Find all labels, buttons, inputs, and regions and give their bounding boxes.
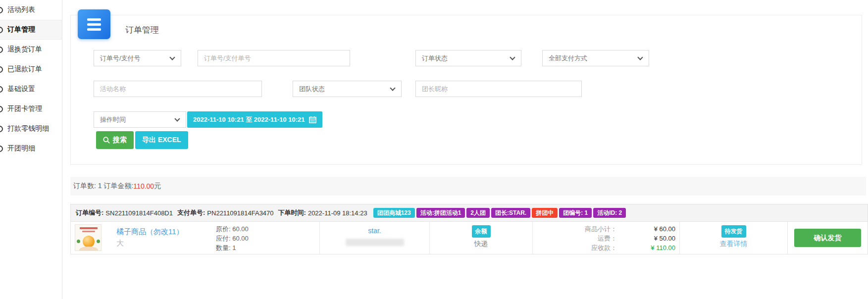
chevron-down-icon (510, 54, 515, 60)
radio-circle-icon (0, 86, 3, 93)
leader-badge: 团长:STAR. (491, 208, 530, 218)
leader-nickname-input[interactable] (415, 81, 582, 97)
order-summary-bar: 订单数: 1 订单金额: 110.00 元 (70, 177, 866, 196)
sidebar-item-basic-settings[interactable]: 基础设置 (0, 79, 62, 99)
date-range-value: 2022-11-10 10:21 至 2022-11-10 10:21 (193, 115, 305, 124)
radio-circle-icon (0, 106, 3, 112)
thumb-decoration (80, 227, 98, 229)
product-cell: 橘子商品（勿改11） 大 原价: 60.00 应付: 60.00 数量: 1 (71, 222, 320, 254)
radio-circle-icon (0, 146, 3, 152)
group-id-badge: 团编号: 1 (559, 208, 592, 218)
sidebar-item-return-orders[interactable]: 退换货订单 (0, 40, 62, 59)
chevron-down-icon (169, 54, 175, 60)
export-button-label: 导出 EXCEL (142, 136, 181, 145)
sidebar-item-label: 活动列表 (7, 5, 35, 14)
hamburger-icon (87, 23, 101, 26)
time-field-select[interactable]: 操作时间 (94, 111, 186, 128)
view-detail-link[interactable]: 查看详情 (680, 240, 787, 249)
confirm-ship-button[interactable]: 确认发货 (794, 229, 861, 247)
group-status-badge: 拼团中 (532, 208, 558, 218)
sidebar-item-label: 基础设置 (7, 85, 35, 94)
order-time-label: 下单时间: (278, 208, 306, 217)
page-title: 订单管理 (125, 24, 159, 36)
calendar-icon (309, 116, 316, 123)
order-number-input[interactable] (198, 50, 350, 66)
summary-unit: 元 (154, 182, 161, 191)
censored-contact-info (346, 239, 404, 246)
group-size-badge: 2人团 (466, 208, 490, 218)
payment-cell: 余额 快递 (430, 222, 533, 254)
payment-method-badge: 余额 (472, 225, 491, 238)
quantity: 数量: 1 (216, 243, 249, 252)
select-value: 团队状态 (299, 85, 325, 94)
radio-circle-icon (0, 66, 3, 73)
sidebar-item-label: 已退款订单 (7, 65, 42, 74)
order-header: 订单编号: SN2211091814F408D1 支付单号: PN2211091… (70, 204, 868, 222)
shipping-value: ¥ 50.00 (617, 234, 675, 243)
order-no-value: SN2211091814F408D1 (105, 209, 173, 217)
receivable-label: 应收款： (591, 243, 617, 252)
sidebar-item-group-card-management[interactable]: 开团卡管理 (0, 99, 62, 119)
select-value: 订单号/支付号 (100, 54, 141, 63)
summary-amount: 110.00 (133, 182, 154, 190)
receivable-value: ¥ 110.00 (617, 243, 675, 252)
subtotal-value: ¥ 60.00 (617, 224, 675, 234)
status-cell: 待发货 查看详情 (680, 222, 788, 254)
payable-price: 应付: 60.00 (216, 234, 249, 243)
activity-badge: 活动:拼团活动1 (416, 208, 465, 218)
order-card: 订单编号: SN2211091814F408D1 支付单号: PN2211091… (70, 204, 868, 254)
action-cell: 确认发货 (788, 222, 868, 254)
pay-method-select[interactable]: 全部支付方式 (542, 50, 649, 66)
hamburger-icon (87, 28, 101, 31)
summary-text: 订单数: 1 订单金额: (73, 182, 133, 191)
sidebar-item-payment-detail[interactable]: 打款零钱明细 (0, 119, 62, 139)
date-range-picker[interactable]: 2022-11-10 10:21 至 2022-11-10 10:21 (187, 111, 322, 128)
sidebar-item-label: 退换货订单 (7, 45, 42, 54)
search-icon (103, 137, 110, 144)
subtotal-label: 商品小计： (585, 224, 617, 234)
order-row: 橘子商品（勿改11） 大 原价: 60.00 应付: 60.00 数量: 1 s… (70, 222, 868, 254)
search-button[interactable]: 搜索 (96, 131, 134, 149)
order-status-select[interactable]: 订单状态 (415, 50, 521, 66)
sidebar-item-order-management[interactable]: 订单管理 (0, 20, 62, 40)
order-field-select[interactable]: 订单号/支付号 (94, 50, 181, 66)
export-excel-button[interactable]: 导出 EXCEL (135, 131, 188, 149)
chevron-down-icon (174, 116, 180, 121)
shop-badge: 团团商城123 (373, 208, 415, 218)
sidebar-item-group-detail[interactable]: 开团明细 (0, 139, 62, 158)
thumb-decoration (79, 247, 98, 251)
delivery-method: 快递 (430, 240, 532, 249)
sidebar: 活动列表 订单管理 退换货订单 已退款订单 基础设置 开团卡管理 打款零钱明细 (0, 0, 62, 299)
shipping-label: 运费： (598, 234, 617, 243)
order-time-value: 2022-11-09 18:14:23 (308, 209, 367, 217)
original-price: 原价: 60.00 (216, 224, 249, 234)
product-image[interactable] (75, 224, 102, 251)
select-value: 全部支付方式 (549, 54, 587, 63)
team-status-select[interactable]: 团队状态 (293, 81, 402, 97)
thumb-decoration (83, 236, 95, 248)
chevron-down-icon (390, 85, 395, 91)
activity-id-badge: 活动ID: 2 (593, 208, 626, 218)
order-no-label: 订单编号: (76, 208, 103, 217)
radio-circle-icon (0, 7, 3, 13)
sidebar-item-refunded-orders[interactable]: 已退款订单 (0, 59, 62, 79)
menu-toggle-button[interactable] (78, 9, 110, 39)
sidebar-item-label: 打款零钱明细 (7, 124, 49, 133)
buyer-name-link[interactable]: star. (320, 227, 429, 235)
select-value: 订单状态 (422, 54, 448, 63)
sidebar-item-label: 订单管理 (7, 25, 35, 34)
sidebar-item-label: 开团卡管理 (7, 104, 42, 113)
activity-name-input[interactable] (94, 81, 262, 97)
radio-circle-icon (0, 126, 3, 132)
radio-circle-icon (0, 27, 3, 33)
order-management-page: 活动列表 订单管理 退换货订单 已退款订单 基础设置 开团卡管理 打款零钱明细 (0, 0, 868, 299)
radio-circle-icon (0, 47, 3, 53)
sidebar-item-activity-list[interactable]: 活动列表 (0, 0, 62, 20)
thumb-decoration (77, 240, 80, 243)
product-name-link[interactable]: 橘子商品（勿改11） (116, 227, 184, 237)
search-button-label: 搜索 (113, 136, 127, 145)
select-value: 操作时间 (100, 115, 126, 124)
thumb-decoration (82, 231, 95, 232)
thumb-decoration (97, 240, 100, 243)
product-variant: 大 (116, 239, 124, 248)
